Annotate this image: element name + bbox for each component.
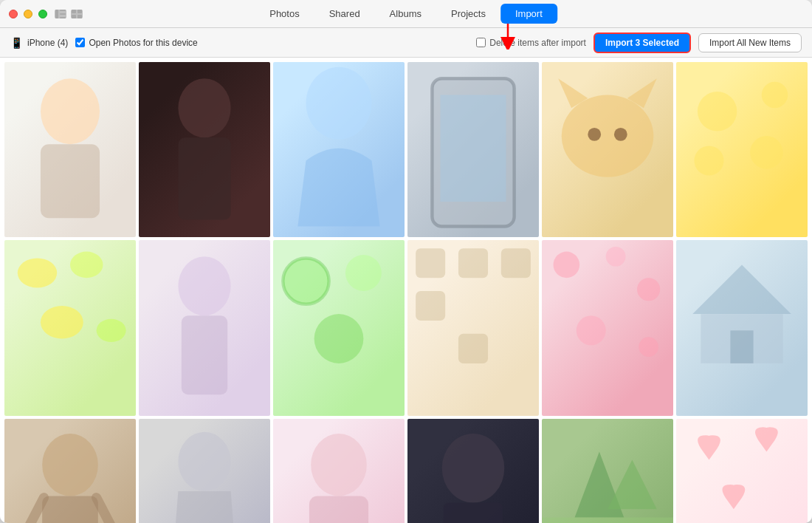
- photo-cell[interactable]: [139, 62, 270, 237]
- svg-point-34: [314, 314, 364, 363]
- photo-image: [542, 419, 673, 523]
- phone-icon: 📱: [10, 37, 23, 49]
- svg-rect-1: [60, 10, 66, 11]
- maximize-button[interactable]: [38, 10, 47, 18]
- grid-view-icon[interactable]: [71, 10, 83, 18]
- svg-rect-7: [78, 15, 82, 18]
- photo-cell[interactable]: [676, 419, 808, 523]
- svg-point-22: [698, 92, 737, 131]
- photo-image: [4, 419, 136, 523]
- svg-rect-54: [309, 496, 368, 523]
- photo-cell[interactable]: [407, 419, 539, 523]
- photo-cell[interactable]: [407, 62, 539, 237]
- svg-rect-37: [501, 248, 531, 278]
- photo-image: [273, 240, 405, 415]
- svg-rect-11: [41, 144, 100, 218]
- photo-cell[interactable]: [4, 240, 136, 415]
- tab-import[interactable]: Import: [500, 4, 557, 24]
- window-controls: [0, 10, 47, 18]
- svg-rect-16: [441, 95, 506, 202]
- svg-point-14: [306, 67, 372, 140]
- photo-cell[interactable]: [407, 240, 539, 415]
- svg-rect-35: [416, 248, 445, 278]
- photo-image: [273, 419, 405, 523]
- svg-point-23: [750, 136, 783, 169]
- svg-rect-13: [178, 137, 230, 219]
- photo-cell[interactable]: [676, 240, 808, 415]
- svg-point-27: [70, 252, 103, 278]
- svg-rect-4: [72, 10, 76, 13]
- close-button[interactable]: [9, 10, 18, 18]
- photo-cell[interactable]: [273, 240, 405, 415]
- photo-image: [542, 62, 673, 237]
- svg-point-32: [283, 259, 328, 304]
- delete-label-text: Delete items after import: [489, 38, 586, 48]
- photo-cell[interactable]: [676, 62, 808, 237]
- titlebar: Photos Shared Albums Projects Import: [0, 0, 812, 28]
- svg-line-51: [97, 497, 120, 523]
- tab-projects[interactable]: Projects: [436, 4, 500, 24]
- minimize-button[interactable]: [24, 10, 32, 18]
- svg-point-53: [311, 434, 367, 496]
- photo-grid: ✓✓✓: [4, 62, 808, 523]
- svg-rect-0: [55, 10, 58, 18]
- svg-point-24: [762, 82, 788, 109]
- tab-shared[interactable]: Shared: [314, 4, 375, 24]
- open-photos-checkbox-label[interactable]: Open Photos for this device: [75, 38, 197, 48]
- svg-marker-45: [692, 265, 791, 315]
- svg-point-48: [42, 434, 98, 496]
- svg-rect-39: [458, 334, 488, 363]
- photo-cell[interactable]: [139, 240, 270, 415]
- photo-image: [4, 240, 136, 415]
- photo-image: [676, 62, 808, 237]
- import-selected-button[interactable]: Import 3 Selected: [593, 33, 691, 53]
- svg-point-28: [41, 306, 83, 339]
- nav-tabs: Photos Shared Albums Projects Import: [255, 4, 557, 24]
- tab-albums[interactable]: Albums: [375, 4, 436, 24]
- photo-cell[interactable]: [542, 419, 673, 523]
- photo-cell[interactable]: ✓: [273, 419, 405, 523]
- photo-image: [139, 62, 270, 237]
- svg-point-12: [178, 78, 230, 137]
- svg-point-33: [345, 255, 382, 291]
- svg-rect-56: [444, 502, 503, 523]
- photo-image: [407, 62, 539, 237]
- open-photos-checkbox[interactable]: [75, 38, 85, 47]
- svg-rect-5: [78, 10, 82, 13]
- svg-point-41: [606, 247, 626, 267]
- photo-cell[interactable]: [273, 62, 405, 237]
- svg-rect-38: [416, 291, 445, 321]
- svg-rect-47: [730, 331, 753, 364]
- photo-image: [273, 62, 405, 237]
- photo-grid-wrapper[interactable]: ✓✓✓: [0, 58, 812, 523]
- svg-line-50: [21, 497, 44, 523]
- svg-rect-59: [542, 517, 673, 523]
- photo-cell[interactable]: [542, 62, 673, 237]
- sidebar-toggle-icon[interactable]: [55, 10, 66, 18]
- device-info: 📱 iPhone (4): [10, 37, 68, 49]
- photo-cell[interactable]: ✓: [139, 419, 270, 523]
- svg-rect-3: [60, 17, 66, 18]
- svg-point-43: [577, 316, 606, 346]
- import-all-button[interactable]: Import All New Items: [698, 33, 802, 52]
- svg-point-40: [554, 252, 580, 278]
- open-photos-label: Open Photos for this device: [89, 38, 197, 48]
- svg-point-52: [178, 431, 230, 490]
- toolbar: 📱 iPhone (4) Open Photos for this device…: [0, 28, 812, 58]
- svg-rect-31: [182, 316, 227, 395]
- photo-cell[interactable]: [542, 240, 673, 415]
- tab-photos[interactable]: Photos: [255, 4, 314, 24]
- delete-after-import-label[interactable]: Delete items after import: [476, 38, 586, 48]
- photo-image: [407, 419, 539, 523]
- delete-after-import-checkbox[interactable]: [476, 38, 486, 47]
- photo-image: [542, 240, 673, 415]
- photo-cell[interactable]: ✓: [4, 419, 136, 523]
- svg-rect-49: [42, 496, 98, 523]
- device-name: iPhone (4): [27, 38, 68, 48]
- photo-cell[interactable]: [4, 62, 136, 237]
- svg-point-55: [442, 434, 505, 502]
- svg-rect-2: [60, 13, 66, 15]
- svg-point-17: [562, 95, 654, 177]
- svg-rect-36: [458, 248, 488, 278]
- svg-point-26: [18, 259, 57, 288]
